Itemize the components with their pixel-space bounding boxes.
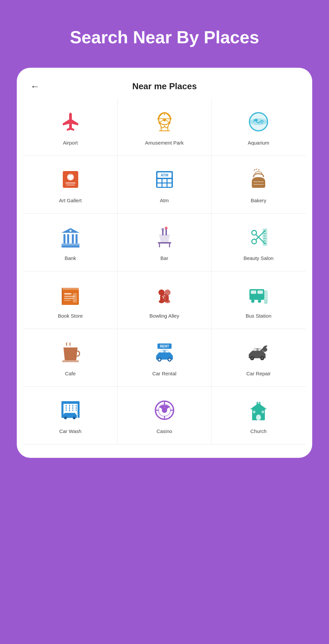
card-title: Near me Places [30, 81, 299, 92]
airport-icon [57, 108, 84, 135]
svg-rect-19 [157, 179, 161, 182]
svg-rect-50 [62, 288, 79, 291]
place-item-bus-station[interactable]: Bus Station [211, 271, 306, 329]
place-item-cafe[interactable]: Cafe [23, 329, 117, 387]
svg-rect-69 [257, 290, 263, 294]
place-item-beauty-salon[interactable]: Beauty Salon [211, 214, 306, 271]
svg-point-37 [165, 227, 168, 229]
svg-point-65 [164, 295, 165, 297]
svg-rect-76 [265, 296, 267, 297]
svg-point-2 [157, 118, 159, 120]
place-item-aquarium[interactable]: Aquarium [211, 98, 306, 156]
place-item-bank[interactable]: Bank [23, 214, 117, 271]
card-header: ← Near me Places [23, 78, 306, 98]
svg-point-4 [158, 122, 160, 124]
svg-rect-81 [160, 350, 163, 353]
svg-text:ATM: ATM [160, 173, 168, 177]
svg-point-36 [161, 228, 164, 231]
svg-point-85 [158, 359, 160, 361]
place-item-amusement-park[interactable]: Amusement Park [117, 98, 211, 156]
bowling-alley-icon [151, 281, 178, 308]
svg-point-106 [159, 406, 161, 408]
place-item-airport[interactable]: Airport [23, 98, 117, 156]
svg-rect-24 [168, 183, 172, 187]
svg-rect-35 [166, 229, 167, 235]
place-item-car-repair[interactable]: Car Repair [211, 329, 306, 387]
svg-rect-29 [67, 234, 69, 244]
place-item-church[interactable]: Church [211, 387, 306, 444]
svg-point-71 [251, 300, 254, 303]
bus-station-icon [245, 281, 272, 308]
book-store-icon [57, 281, 84, 308]
place-label: Bakery [251, 198, 267, 203]
place-label: Book Store [58, 313, 83, 319]
svg-rect-34 [162, 230, 163, 235]
svg-rect-30 [72, 234, 74, 244]
svg-point-92 [261, 357, 263, 359]
svg-rect-31 [76, 234, 78, 244]
place-item-book-store[interactable]: Book Store [23, 271, 117, 329]
aquarium-icon [245, 108, 272, 135]
svg-rect-54 [64, 300, 71, 301]
place-label: Bank [64, 255, 76, 261]
place-label: Car Wash [59, 428, 81, 434]
car-rental-icon: RENT [151, 339, 178, 366]
place-item-car-wash[interactable]: Car Wash [23, 387, 117, 444]
svg-rect-14 [65, 182, 76, 183]
svg-rect-26 [61, 246, 80, 248]
svg-rect-77 [265, 298, 267, 299]
place-item-art-gallery[interactable]: Art Gallert [23, 156, 117, 214]
svg-rect-23 [162, 183, 167, 187]
place-item-bar[interactable]: Bar [117, 214, 211, 271]
svg-point-64 [162, 296, 163, 297]
places-card: ← Near me Places Airport [17, 68, 312, 458]
svg-text:RENT: RENT [160, 344, 169, 348]
svg-point-102 [73, 417, 76, 419]
place-label: Car Repair [246, 371, 271, 376]
place-item-atm[interactable]: ATM Atm [117, 156, 211, 214]
places-grid: Airport [23, 98, 306, 444]
svg-point-115 [262, 411, 264, 413]
svg-rect-55 [73, 293, 77, 303]
back-button[interactable]: ← [30, 81, 40, 92]
place-item-bakery[interactable]: Bakery [211, 156, 306, 214]
svg-rect-70 [249, 294, 264, 297]
svg-rect-51 [64, 293, 72, 294]
svg-rect-15 [66, 184, 75, 185]
svg-point-66 [163, 297, 164, 299]
svg-rect-28 [63, 234, 65, 244]
svg-point-10 [261, 122, 263, 124]
place-item-car-rental[interactable]: RENT Car Rental [117, 329, 211, 387]
svg-rect-68 [251, 290, 256, 294]
svg-rect-82 [166, 350, 169, 353]
place-label: Atm [160, 198, 169, 203]
svg-point-3 [170, 118, 172, 120]
place-label: Bar [160, 255, 168, 261]
svg-point-108 [168, 406, 170, 408]
place-label: Aquarium [248, 140, 269, 146]
svg-point-86 [169, 359, 171, 361]
place-label: Beauty Salon [243, 255, 273, 261]
svg-rect-20 [162, 179, 167, 182]
svg-point-107 [163, 405, 166, 407]
svg-point-101 [64, 417, 67, 419]
svg-rect-78 [62, 360, 79, 362]
place-label: Bowling Alley [149, 313, 179, 319]
svg-point-63 [160, 294, 169, 302]
svg-rect-74 [265, 292, 267, 293]
place-label: Church [250, 428, 267, 434]
svg-point-5 [169, 122, 171, 124]
svg-rect-112 [257, 401, 260, 402]
place-item-bowling-alley[interactable]: Bowling Alley [117, 271, 211, 329]
svg-point-114 [253, 411, 255, 413]
place-label: Bus Station [246, 313, 272, 319]
beauty-salon-icon [245, 224, 272, 251]
place-item-casino[interactable]: Casino [117, 387, 211, 444]
cafe-icon [57, 339, 84, 366]
svg-rect-22 [157, 183, 161, 187]
svg-rect-27 [61, 244, 80, 246]
svg-point-32 [69, 230, 72, 232]
place-label: Cafe [65, 371, 76, 376]
page-title: Search Near By Places [56, 27, 273, 48]
svg-rect-21 [168, 179, 172, 182]
